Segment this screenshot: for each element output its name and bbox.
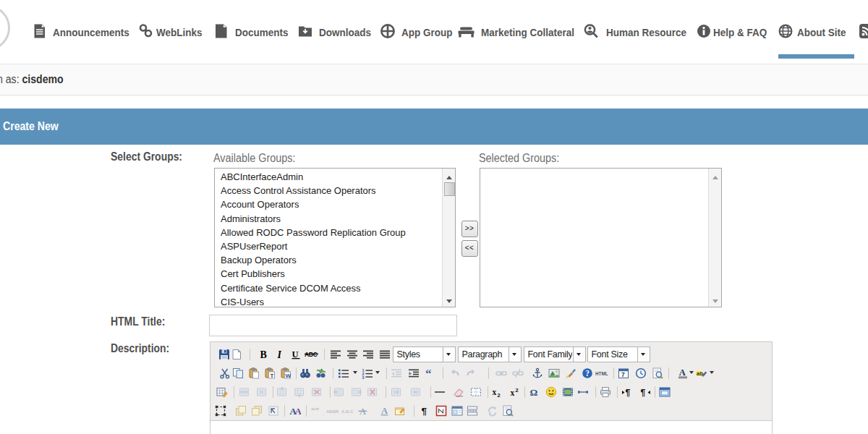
svg-text:¶: ¶	[641, 388, 646, 398]
svg-text:¶: ¶	[422, 406, 427, 417]
svg-text:¶: ¶	[626, 388, 631, 398]
svg-text:W: W	[285, 373, 291, 379]
svg-text:A: A	[295, 406, 302, 417]
svg-text:ABBR: ABBR	[326, 409, 339, 414]
svg-text:HTML: HTML	[595, 371, 608, 376]
svg-text:x: x	[511, 388, 515, 397]
svg-text:2: 2	[497, 392, 500, 399]
svg-text:x: x	[492, 388, 496, 396]
svg-text:B: B	[260, 349, 266, 360]
svg-text:U: U	[292, 349, 298, 359]
svg-text:“”: “”	[311, 406, 319, 414]
svg-text:I: I	[276, 349, 281, 360]
svg-text:3: 3	[362, 375, 364, 379]
svg-text:7: 7	[621, 371, 625, 378]
svg-text:A.B.C: A.B.C	[341, 409, 354, 414]
svg-text:“: “	[425, 367, 432, 379]
svg-text:T: T	[271, 373, 274, 379]
svg-text:Ω: Ω	[529, 387, 537, 398]
svg-text:A: A	[381, 406, 388, 416]
svg-text:A: A	[678, 367, 685, 378]
svg-text:2: 2	[516, 387, 519, 393]
svg-text:?: ?	[585, 369, 590, 378]
